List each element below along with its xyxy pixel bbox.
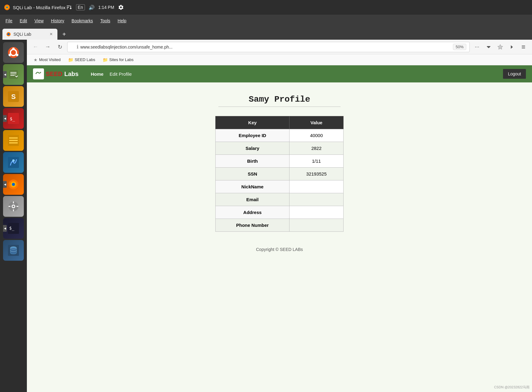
menu-edit[interactable]: Edit [17, 17, 30, 24]
firefox-sidebar-logo [8, 179, 19, 190]
bookmark-star-button[interactable] [495, 42, 505, 52]
window-title: SQLi Lab - Mozilla Firefox [13, 5, 66, 10]
sidebar-terminal-red-icon[interactable]: ◀ $_ [3, 108, 24, 129]
menu-bookmarks[interactable]: Bookmarks [68, 17, 96, 24]
menu-file[interactable]: File [2, 17, 16, 24]
site-logo: SEED Labs [33, 68, 78, 79]
menu-view[interactable]: View [31, 17, 47, 24]
table-row: Address [216, 206, 344, 219]
browser-wrapper: ◀ S ◀ $_ [0, 40, 532, 392]
tab-favicon [6, 32, 11, 37]
table-header-row: Key Value [216, 116, 344, 129]
table-cell-value [290, 180, 344, 193]
star-icon [497, 44, 503, 50]
terminal-logo: $_ [8, 223, 19, 234]
table-row: NickName [216, 180, 344, 193]
refresh-button[interactable]: ↻ [55, 42, 65, 52]
pocket-button[interactable] [484, 42, 494, 52]
logout-button[interactable]: Logout [503, 69, 526, 79]
page-content: SEED Labs Home Edit Profile Logout Samy … [27, 65, 532, 392]
sites-for-labs-bookmark[interactable]: 📁 Sites for Labs [100, 56, 137, 64]
svg-rect-13 [10, 75, 15, 76]
ubuntu-logo [7, 46, 20, 59]
table-row: SSN32193525 [216, 168, 344, 180]
svg-point-23 [12, 159, 15, 162]
clock: 1:14 PM [98, 5, 114, 10]
site-nav-home[interactable]: Home [91, 71, 104, 77]
menu-tools[interactable]: Tools [97, 17, 113, 24]
sidebar: ◀ S ◀ $_ [0, 40, 27, 392]
active-tab[interactable]: SQLi Lab × [2, 29, 57, 40]
most-visited-bookmark[interactable]: ★ Most Visited [31, 56, 64, 64]
table-cell-key: Email [216, 193, 290, 206]
star-bookmark-icon: ★ [34, 57, 38, 62]
url-display: www.seedlabsqlinjection.com/unsafe_home.… [80, 45, 173, 49]
hamburger-menu-button[interactable]: ≡ [519, 42, 528, 52]
text-editor-logo [8, 69, 19, 80]
profile-title: Samy Profile [148, 95, 411, 104]
table-row: Phone Number [216, 219, 344, 232]
svg-point-29 [13, 205, 14, 207]
folder-sites-icon: 📁 [103, 57, 108, 62]
svg-rect-10 [9, 70, 18, 79]
sidebar-terminal-icon[interactable]: ◀ $_ [3, 218, 24, 239]
sidebar-database-icon[interactable] [3, 240, 24, 261]
seed-labs-bookmark[interactable]: 📁 SEED Labs [65, 56, 98, 64]
table-cell-key: Address [216, 206, 290, 219]
text-editor-arrow-left: ◀ [3, 71, 7, 78]
menu-help[interactable]: Help [115, 17, 129, 24]
zoom-level: 50% [453, 44, 466, 50]
files-logo [8, 135, 19, 146]
folder-seed-icon: 📁 [68, 57, 73, 62]
sidebar-firefox-icon[interactable]: ◀ [3, 174, 24, 195]
new-tab-button[interactable]: + [59, 29, 70, 40]
nav-actions: ··· ≡ [472, 42, 528, 52]
seed-text: SEED [46, 71, 62, 78]
firefox-arrow-left: ◀ [3, 181, 7, 188]
more-button[interactable]: ··· [472, 42, 482, 52]
table-cell-value: 32193525 [290, 168, 344, 180]
browser-content: ← → ↻ ℹ www.seedlabsqlinjection.com/unsa… [27, 40, 532, 392]
sidebar-settings-icon[interactable] [3, 196, 24, 217]
terminal-red-logo: $_ [8, 113, 19, 124]
svg-point-9 [16, 54, 18, 56]
svg-point-4 [8, 33, 10, 35]
table-cell-key: SSN [216, 168, 290, 180]
svg-rect-19 [9, 137, 18, 139]
site-nav-edit-profile[interactable]: Edit Profile [110, 71, 132, 77]
site-nav-links: Home Edit Profile [91, 71, 132, 77]
table-cell-key: Birth [216, 155, 290, 168]
table-row: Employee ID40000 [216, 129, 344, 142]
sidebar-wireshark-icon[interactable] [3, 152, 24, 173]
nav-bar: ← → ↻ ℹ www.seedlabsqlinjection.com/unsa… [27, 40, 532, 54]
pocket-icon [486, 44, 492, 50]
svg-text:$_: $_ [9, 226, 14, 231]
wireshark-logo [8, 157, 19, 168]
language-indicator: En [76, 4, 85, 10]
sidebar-s-app-icon[interactable]: S [3, 86, 24, 107]
table-cell-value [290, 193, 344, 206]
col-value-header: Value [290, 116, 344, 129]
col-key-header: Key [216, 116, 290, 129]
sidebar-ubuntu-icon[interactable] [3, 42, 24, 63]
sidebar-files-icon[interactable] [3, 130, 24, 151]
back-button[interactable]: ← [31, 42, 40, 52]
system-settings-icon [118, 4, 124, 10]
sidebar-text-editor-icon[interactable]: ◀ [3, 64, 24, 85]
svg-rect-20 [9, 140, 18, 141]
svg-point-8 [9, 54, 11, 56]
extensions-button[interactable] [507, 42, 517, 52]
tab-close-button[interactable]: × [49, 31, 54, 38]
profile-container: Samy Profile Key Value Employee ID40000S… [142, 82, 417, 264]
site-navbar: SEED Labs Home Edit Profile Logout [27, 65, 532, 82]
seed-logo-icon [33, 68, 44, 79]
table-cell-value [290, 219, 344, 232]
table-row: Email [216, 193, 344, 206]
table-cell-key: Salary [216, 142, 290, 155]
svg-rect-39 [34, 70, 43, 78]
address-bar[interactable]: ℹ www.seedlabsqlinjection.com/unsafe_hom… [67, 42, 470, 52]
menu-history[interactable]: History [48, 17, 67, 24]
most-visited-label: Most Visited [39, 57, 61, 62]
forward-button[interactable]: → [43, 42, 53, 52]
table-cell-key: NickName [216, 180, 290, 193]
